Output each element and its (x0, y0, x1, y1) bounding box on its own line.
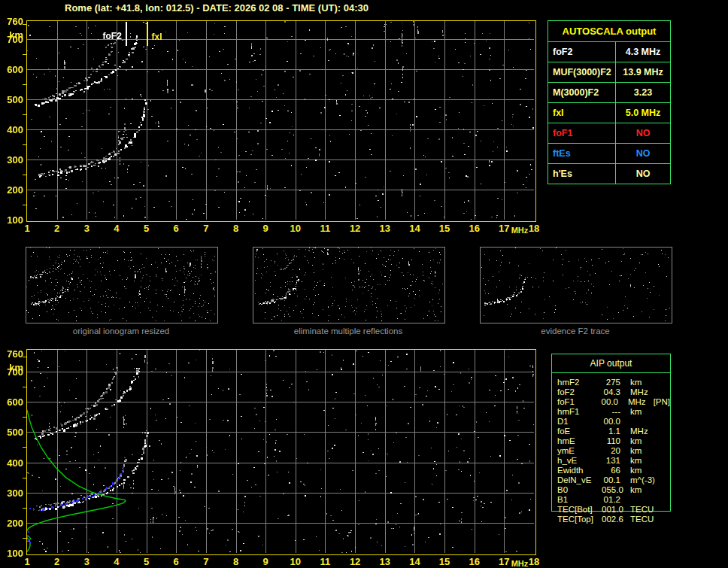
table-row: MUF(3000)F213.9 MHz (548, 62, 670, 82)
autoscala-table-header: AUTOSCALA output (548, 21, 670, 41)
table-row: Ewidth66km (552, 466, 670, 475)
thumbnail-evidence-f2 (480, 247, 672, 323)
table-row: ymE20km (552, 446, 670, 456)
y-tick-label: 100 (0, 548, 23, 559)
x-tick-label: 2 (54, 556, 59, 567)
y-axis-tick-mark (23, 114, 26, 115)
thumbnail-caption: eliminate multiple reflections (252, 327, 444, 336)
table-row: foF100.0MHz[PN] (552, 397, 670, 407)
y-tick-label: 200 (0, 184, 23, 196)
x-tick-label: 9 (263, 223, 268, 234)
table-row: h'EsNO (548, 163, 670, 184)
table-row: B101.2 (552, 495, 670, 505)
y-tick-label: 100 (0, 214, 23, 226)
x-tick-label: 10 (290, 556, 301, 567)
y-tick-label: 500 (0, 94, 23, 105)
x-tick-label: 9 (263, 556, 268, 567)
x-tick-label: 10 (290, 223, 301, 234)
x-tick-label: 4 (114, 223, 119, 234)
x-tick-label: 14 (409, 556, 420, 567)
fof2-marker-line (126, 22, 127, 46)
table-row: hmF2275km (552, 378, 670, 387)
table-row: foF24.3 MHz (548, 41, 670, 62)
y-tick-label: 400 (0, 457, 23, 469)
table-row: B0055.0km (552, 485, 670, 495)
x-tick-label: 11 (320, 556, 331, 567)
x-tick-label: 3 (84, 223, 89, 234)
thumbnail-eliminate-reflections (253, 247, 445, 323)
x-tick-label: 5 (144, 556, 149, 567)
table-row: M(3000)F23.23 (548, 82, 670, 102)
y-tick-label: 760 (0, 348, 23, 360)
x-tick-label: 5 (144, 223, 149, 234)
y-axis-tick-mark (23, 357, 26, 357)
autoscala-app-window: Rome (lat: +41.8, lon: 012.5) - DATE: 20… (0, 0, 728, 568)
x-tick-label: 13 (380, 223, 390, 234)
autoscala-output-table: AUTOSCALA output foF24.3 MHz MUF(3000)F2… (548, 20, 671, 184)
y-tick-label: 500 (0, 427, 23, 438)
fof2-label: foF2 (96, 31, 122, 41)
y-axis-tick-mark (23, 508, 26, 509)
bottom-ionogram-plot (26, 349, 536, 555)
x-tick-label: 18 (529, 556, 539, 567)
x-tick-label: 15 (439, 556, 450, 567)
x-tick-label: 15 (439, 223, 450, 234)
x-tick-label: 16 (469, 223, 479, 234)
x-tick-label: 3 (84, 556, 89, 567)
x-tick-label: 8 (233, 223, 238, 234)
table-row: h_vE131km (552, 456, 670, 466)
y-tick-label: 200 (0, 518, 23, 529)
fxi-label: fxI (152, 32, 162, 42)
x-tick-label: 1 (24, 223, 29, 234)
y-tick-label: 700 (0, 366, 23, 378)
x-tick-label: 17 (499, 223, 509, 234)
table-row: TEC[Top]002.6TECU (552, 515, 670, 524)
table-row: foF1NO (548, 123, 670, 143)
aip-table-header: AIP output (552, 354, 670, 373)
y-axis-tick-mark (23, 447, 26, 448)
table-row: ftEsNO (548, 143, 670, 163)
table-row: foF204.3MHz (552, 387, 670, 397)
x-tick-label: 14 (409, 223, 420, 234)
thumbnail-caption: evidence F2 trace (479, 327, 672, 336)
y-axis-tick-mark (23, 205, 26, 205)
y-tick-label: 760 (0, 16, 23, 27)
x-tick-label: 16 (469, 556, 479, 567)
y-axis-tick-mark (23, 387, 26, 387)
y-axis-tick-mark (23, 24, 26, 25)
y-axis-tick-mark (23, 144, 26, 145)
bottom-ionogram-canvas (27, 350, 534, 553)
table-row: fxI5.0 MHz (548, 102, 670, 123)
y-axis-tick-mark (23, 54, 26, 55)
y-axis-tick-mark (23, 538, 26, 539)
y-tick-label: 600 (0, 64, 23, 75)
x-tick-label: 8 (233, 556, 238, 567)
x-tick-label: 2 (54, 223, 59, 234)
x-tick-label: 12 (350, 223, 360, 234)
y-axis-tick-mark (23, 417, 26, 418)
fxi-marker-line (147, 22, 148, 46)
table-row: foE1.1MHz (552, 427, 670, 436)
y-axis-tick-mark (23, 175, 26, 175)
y-tick-label: 700 (0, 34, 23, 45)
thumbnail-canvas (26, 248, 216, 321)
table-row: hmF1---km (552, 407, 670, 417)
x-tick-label: 18 (529, 223, 539, 234)
y-tick-label: 400 (0, 124, 23, 135)
y-tick-label: 300 (0, 154, 23, 166)
x-tick-label: 7 (203, 223, 208, 234)
x-tick-label: 12 (350, 556, 360, 567)
table-row: hmE110km (552, 436, 670, 446)
y-tick-label: 600 (0, 396, 23, 408)
x-axis-unit-label: MHz (511, 226, 529, 235)
x-tick-label: 13 (380, 556, 390, 567)
x-axis-unit-label: MHz (511, 559, 529, 568)
thumbnail-canvas (253, 248, 443, 321)
top-ionogram-plot: foF2 fxI (26, 20, 536, 222)
x-tick-label: 11 (320, 223, 331, 234)
x-tick-label: 17 (499, 556, 509, 567)
aip-rows: hmF2275km foF204.3MHz foF100.0MHz[PN] hm… (552, 373, 670, 524)
y-axis-tick-mark (23, 478, 26, 478)
x-tick-label: 4 (114, 556, 119, 567)
top-ionogram-canvas (27, 21, 534, 220)
